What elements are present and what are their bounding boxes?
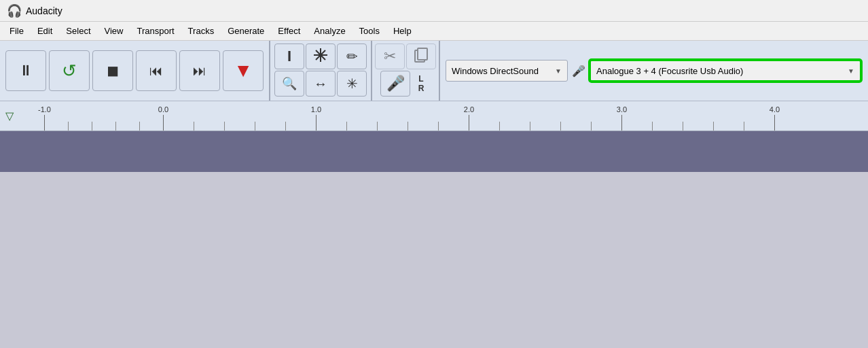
pause-button[interactable]: ⏸ (5, 50, 46, 91)
tool-row-2: 🔍 ↔ ✳ (274, 71, 367, 97)
tool-row-1: I ✏ (274, 44, 367, 69)
multitool2-icon: ✳ (346, 75, 358, 92)
timeshift-tool[interactable]: ↔ (306, 71, 336, 97)
ibeam-icon: I (287, 48, 291, 65)
ibeam-tool[interactable]: I (274, 44, 304, 69)
input-mic-icon: 🎤 (572, 65, 585, 77)
ruler[interactable]: -1.0 0.0 1.0 2.0 3.0 4.0 (19, 101, 868, 130)
playhead-triangle[interactable]: ▽ (0, 101, 19, 130)
copy-icon (414, 47, 429, 67)
menu-view[interactable]: View (98, 24, 130, 38)
menu-effect[interactable]: Effect (271, 24, 307, 38)
svg-text:-1.0: -1.0 (38, 105, 51, 114)
multitool-button[interactable] (306, 44, 336, 69)
zoom-icon: 🔍 (282, 76, 297, 91)
svg-text:2.0: 2.0 (464, 105, 474, 114)
loop-button[interactable]: ↺ (49, 50, 90, 91)
cut-icon: ✂ (384, 48, 396, 65)
track-area (0, 131, 868, 172)
multitool2-button[interactable]: ✳ (337, 71, 367, 97)
lr-label: L (418, 74, 423, 84)
mic-icon: 🎤 (386, 75, 405, 92)
audio-host-label: Windows DirectSound (452, 66, 539, 76)
lr-label-r: R (418, 84, 424, 93)
timeshift-icon: ↔ (314, 76, 327, 92)
draw-icon: ✏ (346, 48, 358, 65)
tool-toolbar: I ✏ 🔍 ↔ (270, 41, 372, 101)
menu-generate[interactable]: Generate (221, 24, 271, 38)
loop-icon: ↺ (62, 60, 77, 82)
skip-start-button[interactable]: ⏮ (136, 50, 177, 91)
transport-toolbar: ⏸ ↺ ◼ ⏮ ⏭ ▼ (0, 41, 270, 101)
record-button[interactable]: ▼ (223, 50, 264, 91)
timeline-area: ▽ -1.0 0.0 1.0 2.0 3.0 (0, 101, 868, 131)
menu-file[interactable]: File (3, 24, 31, 38)
draw-tool[interactable]: ✏ (337, 44, 367, 69)
input-device-chevron: ▼ (848, 67, 854, 75)
menu-bar: File Edit Select View Transport Tracks G… (0, 22, 868, 41)
multitool-icon (312, 47, 329, 66)
skip-end-icon: ⏭ (193, 63, 206, 79)
skip-end-button[interactable]: ⏭ (179, 50, 220, 91)
menu-analyze[interactable]: Analyze (307, 24, 352, 38)
menu-select[interactable]: Select (59, 24, 97, 38)
svg-text:0.0: 0.0 (158, 105, 168, 114)
svg-text:4.0: 4.0 (770, 105, 780, 114)
input-device-label: Analogue 3 + 4 (Focusrite Usb Audio) (596, 66, 743, 76)
cut-tool[interactable]: ✂ (375, 44, 405, 69)
audio-host-select[interactable]: Windows DirectSound ▼ (446, 60, 568, 82)
menu-edit[interactable]: Edit (31, 24, 59, 38)
svg-text:3.0: 3.0 (617, 105, 627, 114)
copy-tool[interactable] (406, 44, 436, 69)
menu-tools[interactable]: Tools (352, 24, 386, 38)
stop-icon: ◼ (107, 62, 119, 80)
timeline-inner: ▽ -1.0 0.0 1.0 2.0 3.0 (0, 101, 868, 130)
app-icon: 🎧 (7, 3, 22, 18)
audio-host-chevron: ▼ (555, 67, 562, 75)
menu-tracks[interactable]: Tracks (181, 24, 221, 38)
input-device-select[interactable]: Analogue 3 + 4 (Focusrite Usb Audio) ▼ (590, 60, 861, 82)
stop-button[interactable]: ◼ (92, 50, 133, 91)
toolbar-area: ⏸ ↺ ◼ ⏮ ⏭ ▼ I (0, 41, 868, 101)
skip-start-icon: ⏮ (149, 63, 163, 79)
title-bar: 🎧 Audacity (0, 0, 868, 22)
pause-icon: ⏸ (18, 62, 33, 80)
zoom-tool[interactable]: 🔍 (274, 71, 304, 97)
svg-text:1.0: 1.0 (311, 105, 321, 114)
device-toolbar: Windows DirectSound ▼ 🎤 Analogue 3 + 4 (… (440, 41, 868, 101)
menu-transport[interactable]: Transport (130, 24, 181, 38)
stereo-label: (Stereo (865, 63, 868, 79)
svg-rect-5 (418, 48, 427, 60)
record-icon: ▼ (234, 60, 253, 82)
mic-tool[interactable]: 🎤 (380, 71, 410, 97)
menu-help[interactable]: Help (386, 24, 418, 38)
app-title: Audacity (26, 5, 62, 16)
